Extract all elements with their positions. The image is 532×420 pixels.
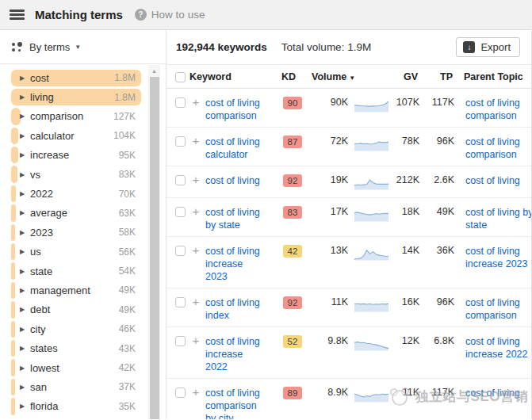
keyword-link[interactable]: cost of living xyxy=(205,175,260,186)
sidebar-term-calculator[interactable]: ▶calculator104K xyxy=(0,126,166,145)
expand-arrow-icon[interactable]: ▶ xyxy=(20,209,28,216)
row-checkbox[interactable] xyxy=(175,297,186,307)
sidebar-term-city[interactable]: ▶city46K xyxy=(0,319,166,338)
sidebar-term-vs[interactable]: ▶vs83K xyxy=(0,165,166,184)
column-header-keyword[interactable]: Keyword xyxy=(189,71,281,82)
row-checkbox[interactable] xyxy=(175,388,186,398)
column-header-volume[interactable]: Volume▼ xyxy=(312,71,346,82)
column-header-kd[interactable]: KD xyxy=(281,71,312,82)
keyword-link[interactable]: cost of living index xyxy=(205,297,260,321)
expand-arrow-icon[interactable]: ▶ xyxy=(20,94,28,101)
expand-arrow-icon[interactable]: ▶ xyxy=(20,365,28,372)
help-icon[interactable]: ? xyxy=(135,9,147,21)
sidebar-term-states[interactable]: ▶states43K xyxy=(0,338,166,357)
select-all-checkbox[interactable] xyxy=(175,72,186,82)
keyword-link[interactable]: cost of living calculator xyxy=(205,136,260,160)
term-label: city xyxy=(30,323,46,335)
page-title: Matching terms xyxy=(35,8,123,21)
parent-topic-link[interactable]: cost of living comparison xyxy=(465,136,520,160)
row-checkbox[interactable] xyxy=(175,207,186,217)
term-count: 104K xyxy=(113,130,136,141)
expand-arrow-icon[interactable]: ▶ xyxy=(20,229,28,236)
add-to-list-icon[interactable]: + xyxy=(189,245,202,256)
hamburger-menu-icon[interactable] xyxy=(10,10,25,20)
add-to-list-icon[interactable]: + xyxy=(189,296,202,307)
expand-arrow-icon[interactable]: ▶ xyxy=(20,268,28,275)
term-volume-bar xyxy=(11,224,15,241)
term-count: 70K xyxy=(119,189,136,200)
sidebar-term-debt[interactable]: ▶debt49K xyxy=(0,300,166,319)
sidebar-term-management[interactable]: ▶management49K xyxy=(0,281,166,300)
term-count: 1.8M xyxy=(114,72,136,83)
tp-value: 117K xyxy=(419,387,454,398)
keyword-link[interactable]: cost of living by state xyxy=(205,207,260,231)
add-to-list-icon[interactable]: + xyxy=(189,387,202,398)
parent-topic-link[interactable]: cost of living comparison xyxy=(465,297,520,321)
expand-arrow-icon[interactable]: ▶ xyxy=(20,287,28,294)
sidebar-term-cost[interactable]: ▶cost1.8M xyxy=(0,68,166,87)
expand-arrow-icon[interactable]: ▶ xyxy=(20,345,28,352)
term-label: cost xyxy=(30,72,49,84)
expand-arrow-icon[interactable]: ▶ xyxy=(20,190,28,197)
row-checkbox[interactable] xyxy=(175,336,186,346)
add-to-list-icon[interactable]: + xyxy=(189,136,202,147)
expand-arrow-icon[interactable]: ▶ xyxy=(20,132,28,139)
sidebar-term-2023[interactable]: ▶202358K xyxy=(0,223,166,242)
parent-topic-link[interactable]: cost of living increase 2023 xyxy=(465,246,528,269)
sidebar-term-living[interactable]: ▶living1.8M xyxy=(0,87,166,106)
add-to-list-icon[interactable]: + xyxy=(189,206,202,217)
expand-arrow-icon[interactable]: ▶ xyxy=(20,74,28,82)
sidebar-term-san[interactable]: ▶san37K xyxy=(0,377,166,396)
expand-arrow-icon[interactable]: ▶ xyxy=(20,306,28,313)
volume-trend-sparkline xyxy=(354,387,389,403)
term-label: comparison xyxy=(30,110,83,122)
sidebar-scrollbar[interactable]: ▲ xyxy=(148,65,160,419)
table-row: +cost of living comparison9090K107K117Kc… xyxy=(166,89,531,128)
add-to-list-icon[interactable]: + xyxy=(189,97,202,108)
parent-topic-link[interactable]: cost of living xyxy=(465,175,520,186)
sidebar-term-lowest[interactable]: ▶lowest42K xyxy=(0,358,166,377)
export-button[interactable]: ↓ Export xyxy=(456,37,520,57)
column-header-parent-topic[interactable]: Parent Topic xyxy=(464,71,531,82)
column-header-gv[interactable]: GV xyxy=(388,71,418,82)
expand-arrow-icon[interactable]: ▶ xyxy=(20,326,28,333)
expand-arrow-icon[interactable]: ▶ xyxy=(20,113,28,120)
term-count: 56K xyxy=(119,246,136,258)
expand-arrow-icon[interactable]: ▶ xyxy=(20,151,28,158)
expand-arrow-icon[interactable]: ▶ xyxy=(20,403,28,410)
row-checkbox[interactable] xyxy=(175,246,186,256)
expand-arrow-icon[interactable]: ▶ xyxy=(20,248,28,255)
parent-topic-link[interactable]: cost of living by state xyxy=(465,207,531,231)
row-checkbox[interactable] xyxy=(175,136,186,147)
column-header-tp[interactable]: TP xyxy=(418,71,453,82)
how-to-use-link[interactable]: How to use xyxy=(151,9,205,21)
sidebar-term-2022[interactable]: ▶202270K xyxy=(0,184,166,203)
expand-arrow-icon[interactable]: ▶ xyxy=(20,171,28,178)
parent-topic-link[interactable]: cost of living comparison xyxy=(465,97,520,121)
by-terms-dropdown[interactable]: By terms ▼ xyxy=(0,30,166,64)
sidebar-term-comparison[interactable]: ▶comparison127K xyxy=(0,107,166,126)
parent-topic-link[interactable]: cost of living increase 2022 xyxy=(465,336,528,360)
term-label: 2023 xyxy=(30,227,53,239)
parent-topic-link[interactable]: cost of living xyxy=(465,388,520,399)
keyword-link[interactable]: cost of living increase 2023 xyxy=(205,246,260,282)
sidebar-term-florida[interactable]: ▶florida35K xyxy=(0,397,166,416)
scroll-up-icon[interactable]: ▲ xyxy=(148,65,160,76)
expand-arrow-icon[interactable]: ▶ xyxy=(20,384,28,391)
scrollbar-thumb[interactable] xyxy=(150,77,159,419)
volume-value: 11K xyxy=(313,296,348,307)
sidebar-term-state[interactable]: ▶state54K xyxy=(0,262,166,281)
sidebar-term-average[interactable]: ▶average63K xyxy=(0,204,166,223)
add-to-list-icon[interactable]: + xyxy=(189,335,202,346)
row-checkbox[interactable] xyxy=(175,175,186,185)
table-header-row: Keyword KD Volume▼ GV TP Parent Topic xyxy=(166,65,531,89)
sidebar-term-increase[interactable]: ▶increase95K xyxy=(0,146,166,165)
volume-value: 72K xyxy=(313,136,348,147)
keyword-link[interactable]: cost of living comparison xyxy=(205,97,260,121)
row-checkbox[interactable] xyxy=(175,97,186,108)
keyword-link[interactable]: cost of living comparison by city xyxy=(205,388,260,419)
keyword-link[interactable]: cost of living increase 2022 xyxy=(205,336,260,372)
add-to-list-icon[interactable]: + xyxy=(189,174,202,185)
sidebar-term-us[interactable]: ▶us56K xyxy=(0,242,166,262)
gv-value: 16K xyxy=(389,296,419,307)
